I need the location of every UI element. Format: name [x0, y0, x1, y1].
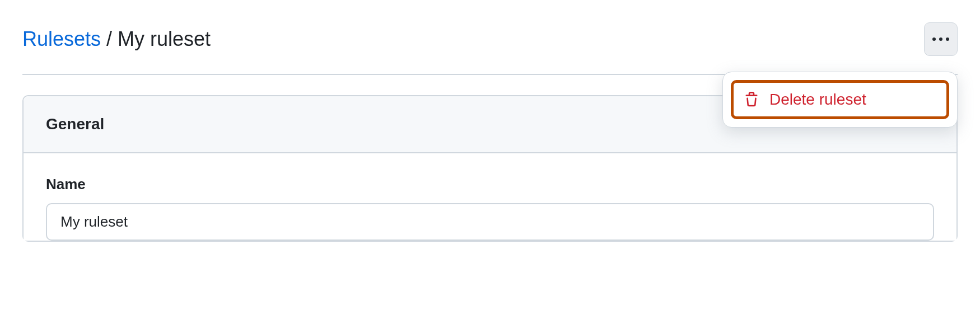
breadcrumb: Rulesets / My ruleset: [22, 27, 211, 51]
more-actions-button[interactable]: [924, 22, 958, 56]
kebab-icon: [946, 37, 949, 41]
actions-menu-popup: Delete ruleset: [722, 72, 958, 128]
kebab-icon: [939, 37, 942, 41]
name-field-label: Name: [46, 176, 934, 193]
panel-body: Name: [24, 153, 956, 241]
ruleset-name-input[interactable]: [46, 203, 934, 241]
page-header: Rulesets / My ruleset: [0, 0, 980, 74]
breadcrumb-separator: /: [106, 27, 112, 51]
breadcrumb-root-link[interactable]: Rulesets: [22, 27, 101, 51]
delete-ruleset-menu-item[interactable]: Delete ruleset: [731, 80, 949, 119]
trash-icon: [744, 92, 759, 107]
breadcrumb-current: My ruleset: [118, 27, 211, 51]
delete-ruleset-label: Delete ruleset: [769, 91, 866, 109]
kebab-icon: [932, 37, 936, 41]
